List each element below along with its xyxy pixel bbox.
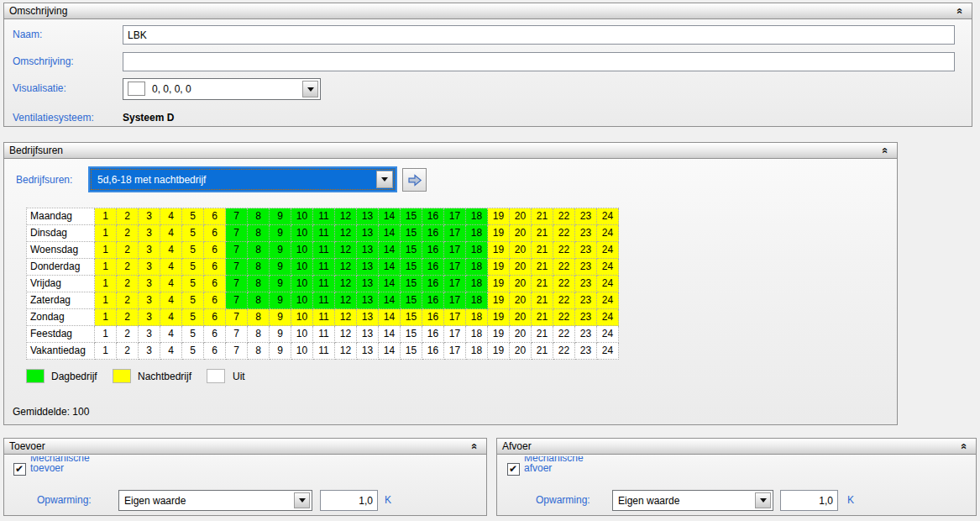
schedule-cell[interactable]: 3 [139,208,160,225]
schedule-cell[interactable]: 6 [204,276,226,292]
bedrijfsuren-combo[interactable]: 5d,6-18 met nachtbedrijf [88,166,397,192]
schedule-cell[interactable]: 11 [313,343,335,360]
schedule-cell[interactable]: 21 [532,343,553,360]
apply-schedule-button[interactable] [402,168,427,192]
schedule-cell[interactable]: 11 [313,259,335,276]
schedule-cell[interactable]: 12 [335,242,357,259]
schedule-cell[interactable]: 4 [160,276,182,292]
schedule-cell[interactable]: 24 [597,259,619,276]
schedule-cell[interactable]: 11 [313,225,335,242]
schedule-cell[interactable]: 13 [357,292,379,309]
schedule-cell[interactable]: 24 [597,225,619,242]
schedule-cell[interactable]: 20 [510,259,532,276]
schedule-cell[interactable]: 4 [160,208,182,225]
schedule-cell[interactable]: 3 [139,225,160,242]
schedule-cell[interactable]: 17 [444,292,466,309]
schedule-cell[interactable]: 24 [597,242,619,259]
schedule-cell[interactable]: 4 [160,242,182,259]
schedule-cell[interactable]: 21 [532,208,553,225]
schedule-cell[interactable]: 10 [291,225,313,242]
schedule-cell[interactable]: 16 [422,208,444,225]
schedule-cell[interactable]: 11 [313,292,335,309]
schedule-cell[interactable]: 10 [291,276,313,292]
mechanische-afvoer-checkbox[interactable] [507,463,520,476]
schedule-cell[interactable]: 17 [444,276,466,292]
schedule-cell[interactable]: 6 [204,292,226,309]
schedule-cell[interactable]: 16 [422,292,444,309]
schedule-cell[interactable]: 6 [204,343,226,360]
dropdown-arrow-button[interactable] [755,492,771,508]
schedule-cell[interactable]: 4 [160,225,182,242]
schedule-cell[interactable]: 6 [204,326,226,343]
schedule-cell[interactable]: 17 [444,225,466,242]
schedule-cell[interactable]: 3 [139,343,160,360]
schedule-cell[interactable]: 8 [248,259,270,276]
schedule-cell[interactable]: 18 [466,242,488,259]
schedule-cell[interactable]: 17 [444,242,466,259]
schedule-cell[interactable]: 15 [401,208,422,225]
opwarming-combo[interactable]: Eigen waarde [118,490,312,511]
schedule-cell[interactable]: 2 [117,292,139,309]
schedule-cell[interactable]: 19 [488,242,510,259]
schedule-cell[interactable]: 24 [597,309,619,326]
schedule-cell[interactable]: 2 [117,242,139,259]
schedule-cell[interactable]: 8 [248,292,270,309]
schedule-cell[interactable]: 1 [95,225,117,242]
schedule-cell[interactable]: 16 [422,225,444,242]
schedule-cell[interactable]: 8 [248,242,270,259]
mechanische-toevoer-label[interactable]: Mechanische toevoer [30,456,110,476]
schedule-cell[interactable]: 24 [597,208,619,225]
schedule-cell[interactable]: 24 [597,326,619,343]
schedule-cell[interactable]: 19 [488,292,510,309]
opwarming-combo[interactable]: Eigen waarde [612,490,773,511]
schedule-cell[interactable]: 22 [553,276,575,292]
schedule-cell[interactable]: 17 [444,259,466,276]
schedule-cell[interactable]: 20 [510,309,532,326]
schedule-cell[interactable]: 15 [401,292,422,309]
schedule-cell[interactable]: 22 [553,343,575,360]
schedule-cell[interactable]: 7 [226,225,248,242]
schedule-cell[interactable]: 7 [226,259,248,276]
opwarming-value-input[interactable] [320,490,378,511]
schedule-cell[interactable]: 11 [313,208,335,225]
schedule-cell[interactable]: 8 [248,225,270,242]
schedule-cell[interactable]: 14 [379,292,401,309]
schedule-cell[interactable]: 19 [488,225,510,242]
schedule-cell[interactable]: 15 [401,276,422,292]
schedule-cell[interactable]: 11 [313,309,335,326]
schedule-cell[interactable]: 14 [379,309,401,326]
schedule-cell[interactable]: 5 [182,343,204,360]
schedule-cell[interactable]: 16 [422,309,444,326]
schedule-cell[interactable]: 6 [204,242,226,259]
schedule-cell[interactable]: 12 [335,276,357,292]
schedule-cell[interactable]: 9 [270,259,291,276]
schedule-cell[interactable]: 21 [532,276,553,292]
schedule-cell[interactable]: 2 [117,208,139,225]
schedule-cell[interactable]: 5 [182,309,204,326]
schedule-cell[interactable]: 8 [248,343,270,360]
schedule-cell[interactable]: 12 [335,208,357,225]
schedule-cell[interactable]: 19 [488,276,510,292]
schedule-cell[interactable]: 13 [357,208,379,225]
schedule-cell[interactable]: 23 [575,208,597,225]
schedule-cell[interactable]: 9 [270,326,291,343]
mechanische-afvoer-label[interactable]: Mechanische afvoer [524,456,604,476]
naam-input[interactable] [123,25,955,45]
schedule-cell[interactable]: 10 [291,292,313,309]
dropdown-arrow-button[interactable] [302,81,318,97]
schedule-cell[interactable]: 20 [510,242,532,259]
schedule-cell[interactable]: 15 [401,225,422,242]
schedule-cell[interactable]: 5 [182,225,204,242]
schedule-cell[interactable]: 22 [553,326,575,343]
schedule-cell[interactable]: 23 [575,309,597,326]
schedule-cell[interactable]: 4 [160,309,182,326]
omschrijving-input[interactable] [123,52,955,71]
schedule-cell[interactable]: 13 [357,225,379,242]
schedule-cell[interactable]: 1 [95,208,117,225]
visualisatie-combo[interactable]: 0, 0, 0, 0 [123,78,321,100]
schedule-cell[interactable]: 22 [553,242,575,259]
schedule-cell[interactable]: 14 [379,343,401,360]
schedule-cell[interactable]: 1 [95,343,117,360]
schedule-cell[interactable]: 22 [553,292,575,309]
schedule-cell[interactable]: 3 [139,326,160,343]
